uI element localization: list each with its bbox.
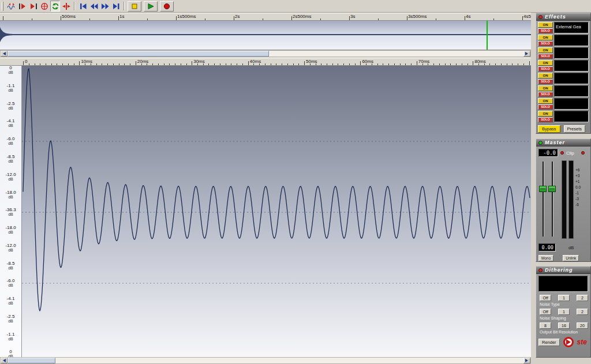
effect-solo-button[interactable]: SOLO [538,79,553,85]
dithering-display [538,276,588,292]
dither-option-button[interactable]: 2 [577,309,588,315]
loop-playback-button[interactable] [50,1,60,12]
presets-button[interactable]: Presets [564,125,585,133]
effect-solo-button[interactable]: SOLO [538,92,553,97]
toolbar-grip-handle[interactable] [2,2,3,11]
record-button[interactable] [160,1,174,12]
effect-slot-name[interactable] [554,85,589,97]
effect-on-button[interactable]: ON [538,35,553,40]
meter-scale-label: +6 [575,168,579,172]
effect-solo-button[interactable]: SOLO [538,66,553,72]
dither-row-label: Noise Type [536,301,590,307]
go-to-end-button[interactable] [111,1,121,12]
overview-scrollbar[interactable] [0,50,531,57]
dither-option-button[interactable]: Off [540,309,551,315]
scroll-left-button[interactable] [1,51,8,57]
rewind-button[interactable] [89,1,99,12]
ruler-tick [293,63,294,65]
effect-solo-button[interactable]: SOLO [538,41,553,47]
left-arrow-icon [1,52,6,55]
bypass-button[interactable]: Bypass [538,125,560,133]
fast-forward-icon [100,2,109,11]
playback-cursor-button[interactable] [17,1,27,12]
render-button[interactable]: Render [538,339,560,346]
ruler-tick [113,63,114,65]
ruler-tick [35,63,35,65]
effect-slot-name[interactable] [554,60,589,72]
ruler-tick [61,16,61,20]
main-scrollbar[interactable] [0,357,531,364]
effect-slot-name[interactable] [554,35,589,46]
ruler-tick [467,63,468,65]
effect-on-button[interactable]: ON [538,22,553,28]
effect-on-button[interactable]: ON [538,98,553,104]
dither-row-label: Output Bit Resolution [536,329,590,335]
waveform-editor[interactable] [22,66,531,357]
main-time-ruler[interactable]: 010ms20ms30ms40ms50ms60ms70ms80ms [0,58,531,66]
mono-button[interactable]: Mono [538,255,553,261]
play-to-cursor-icon [29,2,38,11]
snap-to-zero-crossing-button[interactable] [61,1,71,12]
scroll-waveform-button[interactable] [6,1,16,12]
unlink-button[interactable]: Unlink [563,255,579,261]
dither-option-button[interactable]: 1 [558,295,570,301]
master-panel-titlebar[interactable]: Master [536,139,590,147]
effect-on-button[interactable]: ON [538,73,553,78]
ruler-tick [214,63,215,65]
dither-option-button[interactable]: 8 [540,322,551,329]
fast-forward-button[interactable] [100,1,110,12]
effect-on-button[interactable]: ON [538,111,553,117]
overview-scrollbar-thumb[interactable] [8,51,269,57]
effect-solo-button[interactable]: SOLO [538,28,553,34]
scroll-right-button[interactable] [523,51,530,57]
clip-reset-led-icon[interactable] [581,151,585,155]
dither-option-button[interactable]: 20 [577,322,588,329]
dither-option-button[interactable]: 2 [577,295,588,301]
fader-handle-left[interactable] [539,186,547,192]
ruler-tick [512,63,513,65]
effect-solo-button[interactable]: SOLO [538,117,553,123]
dither-option-button[interactable]: 1 [558,309,570,315]
meter-scale-label: -3 [575,197,579,201]
effect-slot-name[interactable] [554,98,589,110]
ruler-tick [327,63,327,65]
db-value: 0 [0,66,21,70]
go-to-start-button[interactable] [78,1,88,12]
db-unit-label: dB [0,230,21,235]
effect-slot-name[interactable]: External Gea [554,22,589,33]
scroll-right-button[interactable] [523,358,530,363]
db-value: -12.0 [0,172,21,177]
overview-time-ruler[interactable]: 500ms1s1s500ms2s2s500ms3s3s500ms4s4s500m… [0,13,531,21]
effect-slot-name[interactable] [554,111,589,122]
ruler-tick [276,63,276,65]
fader-handle-right[interactable] [548,186,556,192]
ruler-tick [147,18,148,20]
stop-button[interactable] [128,1,141,12]
dithering-panel-titlebar[interactable]: Dithering [536,267,590,274]
effect-slot-name[interactable] [554,73,589,84]
db-value: -6.0 [0,279,21,283]
effect-slot-name[interactable] [554,47,589,59]
play-button[interactable] [144,1,158,12]
main-scrollbar-thumb[interactable] [8,358,55,363]
dither-option-button[interactable]: 16 [558,322,570,329]
effect-on-button[interactable]: ON [538,60,553,66]
effect-on-button[interactable]: ON [538,85,553,91]
db-value: -2.5 [0,102,21,106]
ruler-tick [265,63,265,65]
effect-solo-button[interactable]: SOLO [538,104,553,110]
effect-on-button[interactable]: ON [538,47,553,53]
go-to-start-icon [78,2,87,11]
play-to-cursor-button[interactable] [28,1,38,12]
ruler-tick [484,63,485,65]
scroll-left-button[interactable] [1,358,8,363]
meter-scale-label: -6 [575,202,579,207]
shuttle-wheel-button[interactable] [39,1,49,12]
overview-waveform-strip[interactable] [0,21,531,50]
ruler-tick [343,63,344,65]
effect-solo-button[interactable]: SOLO [538,54,553,59]
dither-option-button[interactable]: Off [540,295,551,301]
steinberg-logo-icon [563,337,574,347]
effects-panel-titlebar[interactable]: Effects [536,13,590,21]
effects-led-icon [538,15,543,19]
